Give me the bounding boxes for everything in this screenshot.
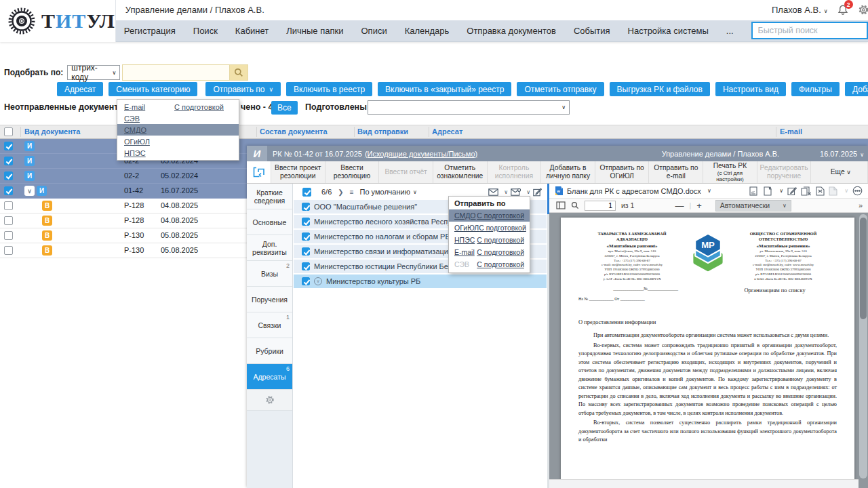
all-button[interactable]: Все (271, 101, 298, 115)
zoom-in-button[interactable]: + (696, 201, 702, 211)
edit-icon[interactable] (533, 188, 542, 197)
new-file-caret[interactable]: ∨ (779, 188, 783, 194)
toolbar-button[interactable]: Выгрузка РК и файлов (610, 82, 710, 96)
rk-date[interactable]: 16.07.2025∨ (820, 150, 864, 158)
rk-toolbar-button[interactable]: Еще (814, 161, 868, 183)
addressee-row[interactable]: ∨ Министерство культуры РБ (294, 274, 547, 288)
chevron-circle-icon[interactable]: ∨ (314, 277, 322, 285)
row-checkbox[interactable] (4, 231, 13, 240)
rk-tab[interactable]: Поручения (247, 287, 292, 312)
toolbar-button[interactable]: Настроить вид (715, 82, 786, 96)
delete-file-icon[interactable] (801, 186, 812, 196)
send-envelope-icon[interactable] (488, 188, 498, 196)
notifications-bell-icon[interactable]: 2 (837, 4, 848, 16)
toolbar-button[interactable]: Отметить отправку (517, 82, 604, 96)
rk-toolbar-button[interactable]: Ввести резолюцию (326, 161, 380, 183)
preview-filename[interactable]: Бланк для РК с адресатом СМДО.docx (567, 187, 701, 195)
rk-tab[interactable]: 6 Адресаты (247, 364, 292, 390)
send-envelope-prepared-icon[interactable] (511, 188, 521, 196)
col-addressee[interactable]: Адресат (432, 127, 462, 136)
edit-file-icon[interactable] (787, 186, 797, 196)
col-email[interactable]: E-mail (780, 127, 802, 136)
toolbar-button[interactable]: Фильтры (791, 82, 840, 96)
rk-tab[interactable]: Основные (247, 209, 292, 235)
page-number-input[interactable] (585, 201, 616, 211)
nav-item[interactable]: ... (726, 26, 734, 36)
row-checkbox[interactable] (4, 246, 13, 255)
addressee-checkbox[interactable] (302, 218, 310, 226)
horizontal-scrollbar[interactable] (549, 479, 859, 488)
context-menu-item[interactable]: СЭВ С подготовкой (449, 258, 530, 270)
send-menu-item[interactable]: НПЭС (117, 147, 239, 159)
rk-toolbar-button[interactable]: Отправить по e-mail (649, 161, 703, 183)
toolbar-button[interactable]: Включить в реестр (286, 82, 372, 96)
nav-item[interactable]: Регистрация (124, 26, 176, 36)
send-envelope-caret[interactable]: ∨ (504, 189, 508, 195)
addressee-checkbox[interactable] (302, 277, 310, 285)
rk-register-icon-button[interactable] (247, 161, 271, 183)
zoom-mode-select[interactable]: Автоматически∨ (715, 200, 791, 211)
rk-group-link[interactable]: (Исходящие документы/Письмо) (365, 150, 477, 158)
rk-toolbar-button[interactable]: Отметить ознакомление (433, 161, 488, 183)
send-menu-item[interactable]: СЭВ (117, 113, 239, 124)
stamp-sign-icon[interactable] (749, 186, 760, 196)
nav-item[interactable]: Календарь (405, 26, 450, 36)
rk-toolbar-button[interactable]: Ввести отчёт (379, 161, 433, 183)
row-checkbox[interactable] (4, 171, 13, 180)
rk-toolbar-button[interactable]: Ввести проект резолюции (271, 161, 326, 183)
addressee-checkbox[interactable] (302, 262, 310, 270)
prepared-in-select[interactable]: ∨ (368, 100, 570, 115)
col-send-kind[interactable]: Вид отправки (357, 127, 408, 136)
row-checkbox[interactable] (4, 142, 13, 150)
nav-item[interactable]: Настройка системы (628, 26, 709, 36)
addressee-checkbox[interactable] (302, 247, 310, 256)
toolbar-button[interactable]: Отправить по (205, 82, 281, 96)
addressee-checkbox[interactable] (302, 203, 310, 211)
more-actions-icon[interactable] (852, 186, 863, 196)
rk-tab[interactable]: Доп. реквизиты (247, 235, 292, 261)
send-menu-item[interactable]: ОГиЮЛ (117, 136, 239, 147)
rk-toolbar-button[interactable]: Контроль исполнения (488, 161, 542, 183)
settings-gear-icon[interactable] (858, 4, 868, 16)
context-menu-item[interactable]: НПЭС С подготовкой (449, 234, 530, 246)
nav-item[interactable]: Поиск (193, 26, 218, 36)
select-all-checkbox[interactable] (4, 127, 13, 136)
rk-tab-settings[interactable] (247, 390, 292, 411)
rk-tab[interactable]: Краткие сведения (247, 184, 292, 209)
toolbar-button[interactable]: Включить в «закрытый» реестр (378, 82, 511, 96)
col-composition[interactable]: Состав документа (260, 127, 328, 136)
addressee-checkbox[interactable] (302, 232, 310, 241)
col-doc-type[interactable]: Вид документа (24, 127, 80, 136)
filename-caret[interactable]: ∨ (707, 188, 711, 194)
rk-tab[interactable]: 2 Визы (247, 261, 292, 287)
nav-item[interactable]: События (574, 26, 610, 36)
row-checkbox[interactable] (4, 186, 13, 195)
row-checkbox[interactable] (4, 216, 13, 225)
user-menu[interactable]: Плахов А.В.∨ (772, 5, 828, 15)
nav-item[interactable]: Кабинет (235, 26, 269, 36)
new-file-icon[interactable] (764, 186, 772, 196)
addressees-select-all[interactable] (302, 188, 311, 197)
nav-item[interactable]: Отправка документов (467, 26, 556, 36)
row-checkbox[interactable] (4, 201, 13, 210)
expand-icon[interactable]: ❯ (338, 188, 343, 196)
rk-toolbar-button[interactable]: Печать РК(с Ctrl для настройки) (703, 161, 757, 183)
context-menu-item[interactable]: СМДО С подготовкой (449, 209, 530, 222)
rk-tab[interactable]: 1 Связки (247, 312, 292, 338)
context-menu-item[interactable]: E-mail С подготовкой (449, 246, 530, 258)
rk-toolbar-button[interactable]: Отправить по ОГиЮЛ (595, 161, 650, 183)
rk-toolbar-button[interactable]: Добавить в личную папку (541, 161, 595, 183)
send-menu-item[interactable]: СМДО (117, 124, 239, 136)
toolbar-button[interactable]: Сменить категорию (108, 82, 197, 96)
quick-search-input[interactable] (751, 22, 867, 39)
sort-select[interactable]: По умолчанию∨ (360, 188, 417, 196)
zoom-out-button[interactable]: — (675, 201, 684, 211)
send-menu-item[interactable]: E-mail С подготовкой (117, 101, 239, 113)
pick-by-input[interactable] (122, 64, 230, 81)
nav-item[interactable]: Личные папки (286, 26, 343, 36)
pick-by-select[interactable]: штрих-коду∨ (67, 65, 120, 80)
toolbar-expand-icon[interactable]: » (859, 201, 861, 209)
pick-by-search-button[interactable] (230, 64, 248, 81)
context-menu-item[interactable]: ОГиЮЛ С подготовкой (449, 222, 530, 234)
row-checkbox[interactable] (4, 157, 13, 165)
